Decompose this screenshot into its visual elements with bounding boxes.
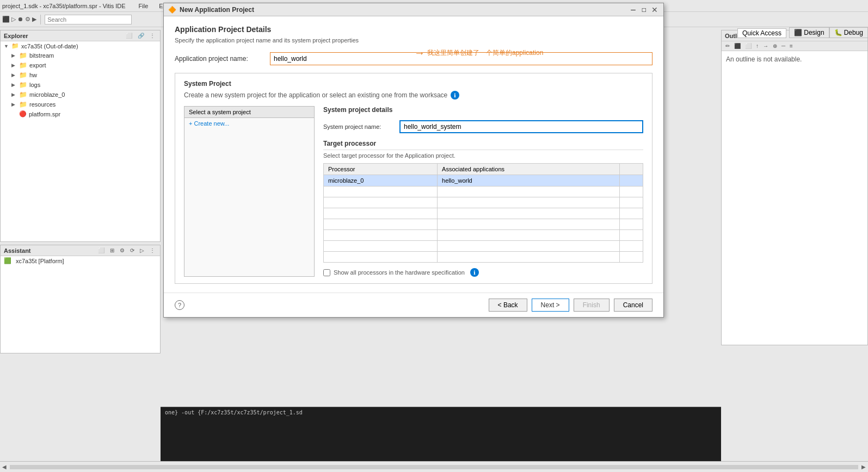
processor-row-1[interactable] [324, 187, 643, 197]
system-project-name-label: System project name: [323, 123, 399, 130]
new-application-project-dialog: 🔶 New Application Project ─ □ ✕ Applicat… [163, 3, 664, 318]
processor-extra-0 [619, 175, 643, 187]
app-name-row: Application project name: [175, 52, 652, 65]
processor-row-5[interactable] [324, 230, 643, 241]
app-name-container: Application project name: ← 我这里简单创建了一个简单… [175, 52, 652, 65]
create-new-btn: + Create new... [189, 120, 229, 127]
modal-section-title: Application Project Details [175, 25, 652, 34]
finish-button[interactable]: Finish [574, 299, 610, 312]
back-button[interactable]: < Back [489, 299, 527, 312]
system-project-name-input[interactable] [399, 120, 643, 133]
modal-titlebar: 🔶 New Application Project ─ □ ✕ [164, 3, 663, 16]
system-project-title: System Project [184, 80, 643, 88]
create-new-item[interactable]: + Create new... [184, 118, 314, 129]
system-project-box: System Project Create a new system proje… [175, 73, 652, 284]
footer-help: ? [175, 300, 184, 310]
modal-close-btn[interactable]: ✕ [650, 5, 659, 14]
processor-row-6[interactable] [324, 241, 643, 252]
modal-footer: ? < Back Next > Finish Cancel [164, 293, 663, 317]
system-project-desc: Create a new system project for the appl… [184, 91, 643, 100]
modal-maximize-btn[interactable]: □ [640, 5, 648, 14]
processor-row-0[interactable]: microblaze_0 hello_world [324, 175, 643, 187]
processor-name-0: microblaze_0 [324, 175, 438, 187]
modal-body: Application Project Details Specify the … [164, 16, 663, 293]
next-button[interactable]: Next > [532, 299, 569, 312]
processor-row-4[interactable] [324, 219, 643, 230]
modal-title-icon: 🔶 [168, 6, 176, 14]
system-project-content: Select a system project + Create new... … [184, 106, 643, 277]
target-processor-desc: Select target processor for the Applicat… [323, 152, 643, 159]
processor-row-2[interactable] [324, 197, 643, 208]
col-processor: Processor [324, 164, 438, 175]
processor-table: Processor Associated applications microb… [323, 163, 643, 263]
processor-row-7[interactable] [324, 252, 643, 263]
processor-row-3[interactable] [324, 208, 643, 219]
show-all-processors-label: Show all processors in the hardware spec… [334, 269, 465, 276]
system-project-details: System project details System project na… [323, 106, 643, 277]
modal-overlay: 🔶 New Application Project ─ □ ✕ Applicat… [0, 0, 868, 472]
target-processor-title: Target processor [323, 140, 643, 150]
show-all-processors-row: Show all processors in the hardware spec… [323, 268, 643, 277]
help-icon[interactable]: ? [175, 300, 184, 310]
col-extra [619, 164, 643, 175]
system-project-list: Select a system project + Create new... [184, 106, 315, 277]
system-project-info-icon[interactable]: ℹ [451, 91, 459, 100]
modal-section-desc: Specify the application project name and… [175, 37, 652, 44]
col-apps: Associated applications [438, 164, 620, 175]
modal-title-text: New Application Project [180, 6, 254, 14]
system-project-list-header: Select a system project [184, 107, 314, 118]
app-project-name-input[interactable] [270, 52, 652, 65]
target-processor-section: Target processor Select target processor… [323, 140, 643, 277]
app-project-name-label: Application project name: [175, 55, 270, 63]
show-all-processors-checkbox[interactable] [323, 269, 330, 276]
modal-minimize-btn[interactable]: ─ [629, 5, 638, 14]
cancel-button[interactable]: Cancel [614, 299, 652, 312]
show-all-info-icon[interactable]: ℹ [470, 268, 479, 277]
system-project-details-title: System project details [323, 106, 643, 114]
system-project-name-row: System project name: [323, 120, 643, 133]
processor-apps-0: hello_world [438, 175, 620, 187]
